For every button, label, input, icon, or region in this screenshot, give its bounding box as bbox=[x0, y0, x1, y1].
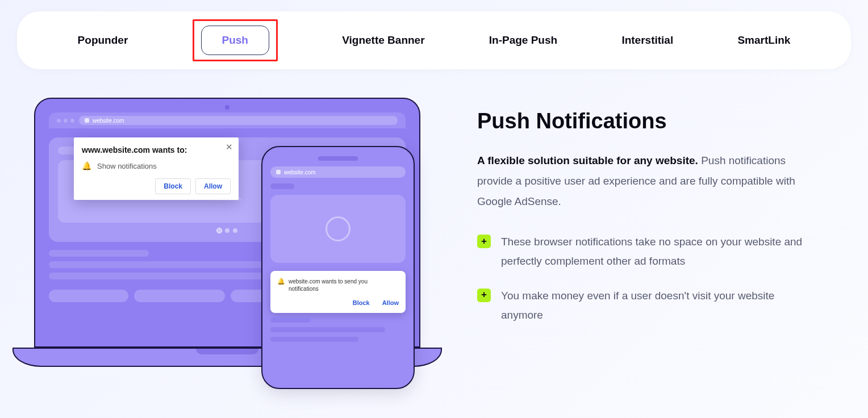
browser-url: website.com bbox=[93, 118, 124, 124]
mobile-block-button[interactable]: Block bbox=[353, 299, 370, 306]
bullet-item: + These browser notifications take no sp… bbox=[477, 232, 818, 271]
mobile-dialog-text: website.com wants to send you notificati… bbox=[289, 278, 399, 292]
tab-push[interactable]: Push bbox=[201, 26, 269, 55]
mobile-url: website.com bbox=[284, 169, 316, 175]
bullet-item: + You make money even if a user doesn't … bbox=[477, 286, 818, 325]
bell-icon: 🔔 bbox=[82, 161, 91, 170]
lead-paragraph: A flexible solution suitable for any web… bbox=[477, 151, 818, 212]
section-heading: Push Notifications bbox=[477, 109, 818, 133]
block-button[interactable]: Block bbox=[155, 178, 191, 194]
allow-button[interactable]: Allow bbox=[195, 178, 231, 194]
bell-icon: 🔔 bbox=[277, 278, 284, 285]
permission-label: Show notifications bbox=[97, 162, 157, 170]
tab-vignette-banner[interactable]: Vignette Banner bbox=[342, 34, 424, 47]
plus-icon: + bbox=[477, 235, 491, 248]
tab-in-page-push[interactable]: In-Page Push bbox=[489, 34, 557, 47]
lock-icon bbox=[276, 170, 281, 174]
tab-interstitial[interactable]: Interstitial bbox=[621, 34, 673, 47]
tab-popunder[interactable]: Popunder bbox=[78, 34, 128, 47]
mobile-allow-button[interactable]: Allow bbox=[382, 299, 399, 306]
mobile-permission-dialog: 🔔 website.com wants to send you notifica… bbox=[270, 271, 406, 313]
push-illustration: website.com ✕ bbox=[23, 98, 443, 399]
close-icon[interactable]: ✕ bbox=[226, 142, 233, 152]
tab-smartlink[interactable]: SmartLink bbox=[737, 34, 790, 47]
plus-icon: + bbox=[477, 289, 491, 302]
info-panel: Push Notifications A flexible solution s… bbox=[477, 98, 818, 399]
tab-push-highlight[interactable]: Push bbox=[193, 19, 278, 61]
lock-icon bbox=[85, 118, 89, 123]
desktop-permission-dialog: ✕ www.website.com wants to: 🔔 Show notif… bbox=[74, 137, 239, 200]
dialog-title: www.website.com wants to: bbox=[82, 145, 231, 154]
ad-format-tabs: Popunder Push Vignette Banner In-Page Pu… bbox=[17, 11, 851, 69]
phone-mockup: website.com 🔔 website.com wants to send … bbox=[261, 146, 415, 389]
browser-bar: website.com bbox=[49, 112, 406, 128]
